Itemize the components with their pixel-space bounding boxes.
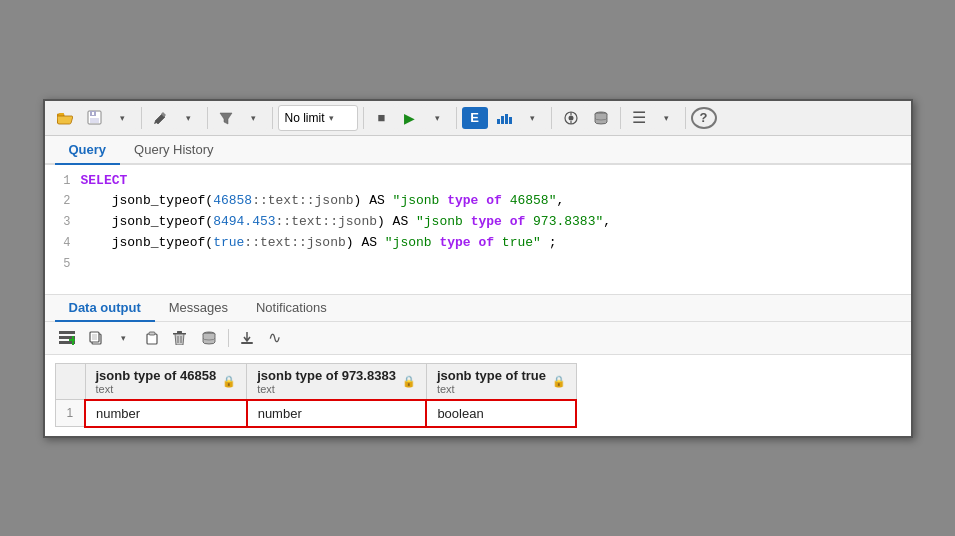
save-data-btn[interactable] (195, 326, 223, 350)
list-btn[interactable]: ☰ (626, 105, 652, 131)
limit-dropdown[interactable]: No limit ▾ (278, 105, 358, 131)
add-row-btn[interactable] (53, 326, 81, 350)
cast-op-2: ::text::jsonb (276, 214, 377, 229)
cell-1-3[interactable]: boolean (426, 400, 576, 427)
code-line-2: 2 jsonb_typeof(46858::text::jsonb) AS "j… (45, 191, 911, 212)
svg-rect-1 (59, 113, 64, 115)
copy-btn[interactable] (83, 326, 109, 350)
code-line-1: 1 SELECT (45, 171, 911, 192)
run-dropdown-btn[interactable]: ▾ (425, 105, 451, 131)
col-header-main-3: jsonb type of true (437, 368, 546, 383)
save-btn[interactable] (81, 105, 108, 131)
svg-rect-15 (59, 331, 75, 334)
run-btn[interactable]: ▶ (397, 105, 423, 131)
col-header-type-3: text (437, 383, 546, 395)
cast-op-3: ::text::jsonb (244, 235, 345, 250)
graph-btn[interactable]: ∿ (262, 326, 288, 350)
val-8494: 8494.453 (213, 214, 275, 229)
alias-1: "jsonb type of 46858" (393, 193, 557, 208)
svg-rect-9 (509, 117, 512, 124)
line-num-4: 4 (45, 234, 81, 253)
cell-1-1[interactable]: number (85, 400, 247, 427)
code-content-1: SELECT (81, 171, 911, 192)
paste-btn[interactable] (139, 326, 165, 350)
edit-dropdown-btn[interactable]: ▾ (176, 105, 202, 131)
data-output-tab[interactable]: Data output (55, 295, 155, 322)
save-dropdown-btn[interactable]: ▾ (110, 105, 136, 131)
divider2 (207, 107, 208, 129)
open-folder-btn[interactable] (51, 105, 79, 131)
stop-btn[interactable]: ■ (369, 105, 395, 131)
sql-editor[interactable]: 1 SELECT 2 jsonb_typeof(46858::text::jso… (45, 165, 911, 295)
code-line-4: 4 jsonb_typeof(true::text::jsonb) AS "js… (45, 233, 911, 254)
editor-tabs: Query Query History (45, 136, 911, 165)
divider8 (685, 107, 686, 129)
row-num-header (55, 363, 85, 400)
conn-btn1[interactable] (557, 105, 585, 131)
edit-btn[interactable] (147, 105, 174, 131)
cast-op-1: ::text::jsonb (252, 193, 353, 208)
cell-1-2[interactable]: number (247, 400, 427, 427)
col-header-main-1: jsonb type of 46858 (96, 368, 217, 383)
svg-rect-28 (177, 331, 182, 333)
query-history-tab[interactable]: Query History (120, 136, 227, 165)
fn-jsonb-typeof-3: jsonb_typeof( (112, 235, 213, 250)
out-divider (228, 329, 229, 347)
output-tabs: Data output Messages Notifications (45, 295, 911, 322)
divider4 (363, 107, 364, 129)
col-header-3: jsonb type of true text 🔒 (426, 363, 576, 400)
divider6 (551, 107, 552, 129)
query-tab[interactable]: Query (55, 136, 121, 165)
alias-2: "jsonb type of 973.8383" (416, 214, 603, 229)
code-content-5 (81, 254, 911, 275)
code-line-5: 5 (45, 254, 911, 275)
divider1 (141, 107, 142, 129)
messages-tab[interactable]: Messages (155, 295, 242, 322)
divider3 (272, 107, 273, 129)
col-header-main-2: jsonb type of 973.8383 (257, 368, 396, 383)
col-header-type-1: text (96, 383, 217, 395)
lock-icon-1: 🔒 (222, 375, 236, 388)
code-line-3: 3 jsonb_typeof(8494.453::text::jsonb) AS… (45, 212, 911, 233)
copy-dropdown-btn[interactable]: ▾ (111, 326, 137, 350)
svg-rect-26 (149, 332, 155, 335)
download-btn[interactable] (234, 326, 260, 350)
svg-rect-6 (497, 119, 500, 124)
lock-icon-2: 🔒 (402, 375, 416, 388)
val-true: true (213, 235, 244, 250)
limit-caret: ▾ (329, 113, 334, 123)
filter-dropdown-btn[interactable]: ▾ (241, 105, 267, 131)
main-window: ▾ ▾ ▾ No limit ▾ ■ ▶ ▾ E ▾ (43, 99, 913, 438)
list-dropdown-btn[interactable]: ▾ (654, 105, 680, 131)
divider7 (620, 107, 621, 129)
svg-rect-5 (92, 112, 94, 115)
help-btn[interactable]: ? (691, 107, 717, 129)
svg-rect-8 (505, 114, 508, 124)
main-toolbar: ▾ ▾ ▾ No limit ▾ ■ ▶ ▾ E ▾ (45, 101, 911, 136)
line-num-2: 2 (45, 192, 81, 211)
svg-rect-25 (147, 334, 157, 344)
conn-btn2[interactable] (587, 105, 615, 131)
notifications-tab[interactable]: Notifications (242, 295, 341, 322)
row-num-cell: 1 (55, 400, 85, 427)
code-content-4: jsonb_typeof(true::text::jsonb) AS "json… (81, 233, 911, 254)
col-header-1: jsonb type of 46858 text 🔒 (85, 363, 247, 400)
line-num-5: 5 (45, 255, 81, 274)
fn-jsonb-typeof-1: jsonb_typeof( (112, 193, 213, 208)
svg-rect-32 (241, 342, 253, 344)
line-num-3: 3 (45, 213, 81, 232)
col-header-2: jsonb type of 973.8383 text 🔒 (247, 363, 427, 400)
code-content-3: jsonb_typeof(8494.453::text::jsonb) AS "… (81, 212, 911, 233)
limit-label: No limit (285, 111, 325, 125)
fn-jsonb-typeof-2: jsonb_typeof( (112, 214, 213, 229)
filter-btn[interactable] (213, 105, 239, 131)
line-num-1: 1 (45, 172, 81, 191)
chart-dropdown-btn[interactable]: ▾ (520, 105, 546, 131)
table-row: 1 number number boolean (55, 400, 576, 427)
val-46858: 46858 (213, 193, 252, 208)
svg-rect-4 (90, 118, 99, 123)
keyword-select: SELECT (81, 173, 128, 188)
delete-btn[interactable] (167, 326, 193, 350)
chart-btn[interactable] (490, 105, 518, 131)
explain-btn[interactable]: E (462, 107, 488, 129)
